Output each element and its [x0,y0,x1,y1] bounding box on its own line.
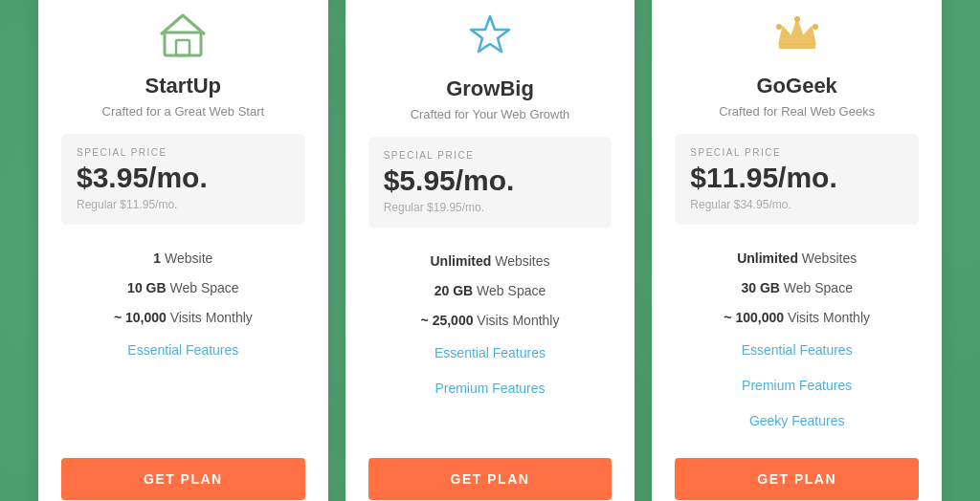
feature-link-item[interactable]: Premium Features [675,368,919,403]
feature-link[interactable]: Essential Features [61,338,305,363]
feature-link-item[interactable]: Essential Features [368,336,612,371]
house-icon [154,5,212,62]
price-regular: Regular $11.95/mo. [77,198,290,211]
price-amount: $5.95/mo. [384,164,597,197]
price-box: SPECIAL PRICE $11.95/mo. Regular $34.95/… [675,134,919,225]
special-price-label: SPECIAL PRICE [77,147,290,158]
features-list: Unlimited Websites30 GB Web Space~ 100,0… [675,244,919,439]
feature-item: ~ 10,000 Visits Monthly [61,303,305,333]
price-amount: $11.95/mo. [690,162,903,194]
pricing-container: StartUpCrafted for a Great Web Start SPE… [0,0,980,501]
feature-item: Unlimited Websites [368,247,612,276]
svg-point-3 [776,24,782,30]
get-plan-button[interactable]: GET PLAN [675,458,919,500]
crown-icon [768,5,826,62]
svg-rect-2 [779,44,815,49]
plan-tagline: Crafted for Real Web Geeks [719,104,875,119]
plan-card-startup: StartUpCrafted for a Great Web Start SPE… [38,0,328,501]
feature-link-item[interactable]: Essential Features [61,333,305,368]
feature-link[interactable]: Premium Features [368,376,612,402]
plan-name: GrowBig [446,76,534,101]
get-plan-button[interactable]: GET PLAN [368,458,612,500]
feature-link[interactable]: Premium Features [675,373,919,399]
price-box: SPECIAL PRICE $3.95/mo. Regular $11.95/m… [61,134,305,225]
plan-name: StartUp [145,74,221,98]
plan-tagline: Crafted for Your Web Growth [411,107,570,121]
feature-link[interactable]: Geeky Features [675,408,919,434]
feature-item: 1 Website [61,244,305,273]
feature-item: ~ 25,000 Visits Monthly [368,306,612,336]
price-regular: Regular $34.95/mo. [690,198,903,211]
price-amount: $3.95/mo. [77,162,290,194]
svg-point-5 [794,16,800,22]
price-regular: Regular $19.95/mo. [384,201,597,214]
feature-item: 20 GB Web Space [368,276,612,306]
feature-link-item[interactable]: Premium Features [368,371,612,406]
plan-tagline: Crafted for a Great Web Start [102,104,265,119]
features-list: Unlimited Websites20 GB Web Space~ 25,00… [368,247,612,439]
feature-item: Unlimited Websites [675,244,919,273]
svg-rect-1 [176,40,189,55]
feature-link-item[interactable]: Essential Features [675,333,919,368]
get-plan-button[interactable]: GET PLAN [61,458,305,500]
svg-point-4 [813,24,818,30]
plan-name: GoGeek [756,74,836,98]
plan-card-growbig: RECOMMENDED GrowBigCrafted for Your Web … [345,0,635,501]
special-price-label: SPECIAL PRICE [384,150,597,161]
feature-link[interactable]: Essential Features [675,338,919,363]
feature-item: ~ 100,000 Visits Monthly [675,303,919,333]
star-icon [461,8,519,65]
feature-link-item[interactable]: Geeky Features [675,403,919,439]
special-price-label: SPECIAL PRICE [690,147,903,158]
features-list: 1 Website10 GB Web Space~ 10,000 Visits … [61,244,305,439]
svg-rect-0 [165,33,201,55]
price-box: SPECIAL PRICE $5.95/mo. Regular $19.95/m… [368,137,612,228]
feature-link[interactable]: Essential Features [368,340,612,366]
feature-item: 10 GB Web Space [61,273,305,303]
plan-card-gogeek: GoGeekCrafted for Real Web Geeks SPECIAL… [652,0,942,501]
feature-item: 30 GB Web Space [675,273,919,303]
